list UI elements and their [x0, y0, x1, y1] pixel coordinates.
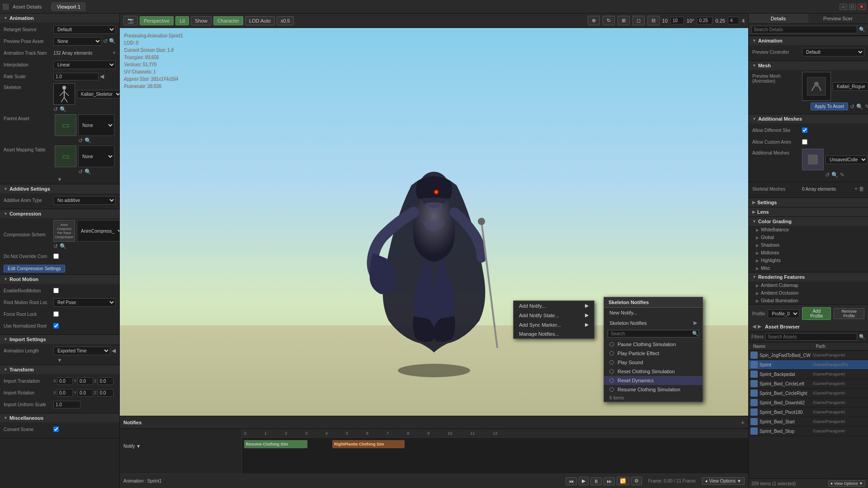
- uniform-scale-input[interactable]: [53, 401, 80, 408]
- reset-icon[interactable]: ↺: [103, 38, 108, 44]
- compression-header[interactable]: ▼ Compression: [0, 209, 119, 218]
- skeleton-dropdown[interactable]: Kallari_Skeleton: [77, 90, 120, 99]
- name-col-header[interactable]: Name: [750, 343, 813, 350]
- asset-row-2[interactable]: Sprint_Backpedal /Game/ParagonKi: [749, 370, 868, 379]
- lens-header[interactable]: ▶ Lens: [749, 207, 868, 216]
- apply-to-asset-btn[interactable]: Apply To Asset: [811, 103, 848, 110]
- additive-header[interactable]: ▼ Additive Settings: [0, 184, 119, 193]
- view-options-btn[interactable]: ● View Options ▼: [702, 477, 745, 485]
- play-btn[interactable]: ▶: [579, 477, 589, 485]
- cg-global[interactable]: ▶ Global: [749, 234, 868, 241]
- resume-clothing-notify[interactable]: Resume Clothing Sim: [244, 440, 307, 448]
- loop-btn[interactable]: 🔁: [617, 477, 629, 485]
- mesh-search-icon[interactable]: 🔍: [856, 103, 863, 110]
- snap-btn[interactable]: ⊟: [647, 16, 660, 25]
- asset-row-8[interactable]: Sprint_Bwd_Stop /Game/ParagonKi: [749, 427, 868, 436]
- close-btn[interactable]: ✕: [858, 4, 866, 10]
- step-fwd-btn[interactable]: ⏭: [604, 477, 615, 485]
- misc-header[interactable]: ▼ Miscellaneous: [0, 413, 119, 422]
- translation-y-input[interactable]: [77, 377, 93, 385]
- lit-btn[interactable]: Lit: [175, 16, 189, 25]
- pause-btn[interactable]: ⏸: [590, 477, 602, 485]
- skip-start-btn[interactable]: ⏮: [566, 477, 577, 485]
- allow-custom-checkbox[interactable]: [802, 139, 807, 145]
- profile-dropdown[interactable]: Profile_0: [768, 310, 799, 318]
- comp-reset-icon[interactable]: ↺: [53, 243, 58, 249]
- anim-length-expand-icon[interactable]: ◀: [112, 347, 116, 354]
- preview-scer-tab[interactable]: Preview Scer: [808, 14, 868, 23]
- viewport-main[interactable]: Previewing Animation Sprint1 LOD: 0 Curr…: [120, 28, 748, 416]
- maximize-btn[interactable]: □: [849, 4, 856, 10]
- rendering-header[interactable]: ▼ Rendering Features: [749, 272, 868, 282]
- skeleton-notifies-item[interactable]: Skeleton Notifies ▶: [604, 318, 703, 328]
- transform-header[interactable]: ▼ Transform: [0, 365, 119, 374]
- rate-expand-icon[interactable]: ◀: [100, 73, 104, 80]
- lod-btn[interactable]: LOD Auto: [245, 16, 275, 25]
- skeleton-search-icon[interactable]: 🔍: [60, 106, 66, 113]
- add-notify-item[interactable]: Add Notify... ▶: [514, 301, 594, 310]
- rf-ambient-cubemap[interactable]: ▶ Ambient Cubemap: [749, 282, 868, 289]
- animation-section-header[interactable]: ▼ Animation: [0, 14, 119, 23]
- add-mesh-reset-icon[interactable]: ↺: [825, 172, 830, 178]
- new-notify-item[interactable]: New Notify...: [604, 308, 703, 318]
- add-sync-marker-item[interactable]: Add Sync Marker... ▶: [514, 320, 594, 329]
- preview-pose-dropdown[interactable]: None: [53, 37, 102, 46]
- play-sound-item[interactable]: Play Sound: [604, 358, 703, 367]
- cg-midtones[interactable]: ▶ Midtones: [749, 249, 868, 257]
- manage-notifies-item[interactable]: Manage Notifies...: [514, 329, 594, 338]
- additional-meshes-header[interactable]: ▼ Additional Meshes: [749, 114, 868, 123]
- anim-length-dropdown[interactable]: Exported Time: [53, 347, 110, 355]
- mesh-reset-icon[interactable]: ↺: [850, 103, 854, 110]
- right-animation-header[interactable]: ▼ Animation: [749, 36, 868, 45]
- translate-btn[interactable]: ⊕: [588, 16, 600, 25]
- add-profile-btn[interactable]: Add Profile: [802, 307, 831, 320]
- viewport-tab[interactable]: Viewport 1: [52, 2, 85, 11]
- context-search-input[interactable]: [608, 330, 699, 338]
- asset-row-1[interactable]: Sprint /Game/Paragon/Pa: [749, 360, 868, 370]
- translation-x-input[interactable]: [57, 377, 73, 385]
- perspective-btn[interactable]: Perspective: [140, 16, 174, 25]
- convert-scene-checkbox[interactable]: [53, 427, 59, 432]
- asset-row-6[interactable]: Sprint_Bwd_Pivot180 /Game/ParagonKi: [749, 408, 868, 417]
- play-particle-item[interactable]: Play Particle Effect: [604, 349, 703, 358]
- camera-btn[interactable]: 📷: [123, 16, 138, 25]
- interpolation-dropdown[interactable]: Linear: [53, 61, 116, 69]
- asset-row-4[interactable]: Sprint_Bwd_CircleRight /Game/ParagonKi: [749, 389, 868, 398]
- cg-white-balance[interactable]: ▶ WhiteBalance: [749, 226, 868, 234]
- compression-dropdown[interactable]: AnimCompress_: [77, 220, 120, 242]
- rotation-z-input[interactable]: [98, 389, 113, 397]
- add-track-icon[interactable]: +: [113, 50, 116, 56]
- search-details-input[interactable]: [751, 26, 857, 33]
- angle-input[interactable]: [697, 17, 712, 24]
- resume-clothing-item[interactable]: Resume Clothing Simulation: [604, 385, 703, 394]
- grid-size-input[interactable]: [670, 17, 684, 24]
- add-mesh-edit-icon[interactable]: ✎: [840, 172, 844, 178]
- cg-highlights[interactable]: ▶ Highlights: [749, 257, 868, 264]
- cg-misc[interactable]: ▶ Misc: [749, 264, 868, 272]
- preview-controller-dropdown[interactable]: Default: [802, 48, 864, 56]
- normalized-checkbox[interactable]: [53, 323, 59, 328]
- add-mesh-search-icon[interactable]: 🔍: [831, 172, 838, 178]
- asset-row-0[interactable]: Spin_JogFwdToBwd_CW /Game/ParagonKi: [749, 351, 868, 360]
- scale-btn[interactable]: x0.5: [277, 16, 294, 25]
- notify-dropdown-trigger[interactable]: Notify ▼: [123, 444, 141, 449]
- minimize-btn[interactable]: ─: [840, 4, 847, 10]
- skeleton-reset-icon[interactable]: ↺: [53, 106, 58, 113]
- camera-speed-input[interactable]: [728, 17, 739, 24]
- settings-btn[interactable]: ⚙: [631, 477, 642, 485]
- root-motion-header[interactable]: ▼ Root Motion: [0, 275, 119, 284]
- character-btn[interactable]: Character: [213, 16, 243, 25]
- add-notify-state-item[interactable]: Add Notify State... ▶: [514, 310, 594, 320]
- translation-z-input[interactable]: [98, 377, 113, 385]
- force-lock-checkbox[interactable]: [53, 311, 59, 317]
- import-header[interactable]: ▼ Import Settings: [0, 335, 119, 344]
- import-expand-icon[interactable]: ▼: [57, 357, 62, 363]
- retarget-source-dropdown[interactable]: Default: [53, 25, 116, 34]
- asset-browser-nav-back-icon[interactable]: ◀: [752, 324, 756, 329]
- rf-global-illum[interactable]: ▶ Global Illumination: [749, 297, 868, 305]
- view-options-assets-btn[interactable]: ● View Options ▼: [828, 480, 865, 487]
- rotation-y-input[interactable]: [77, 389, 93, 397]
- details-tab[interactable]: Details: [749, 14, 808, 23]
- rotate-btn[interactable]: ↻: [603, 16, 615, 25]
- add-notify-btn[interactable]: +: [741, 419, 745, 426]
